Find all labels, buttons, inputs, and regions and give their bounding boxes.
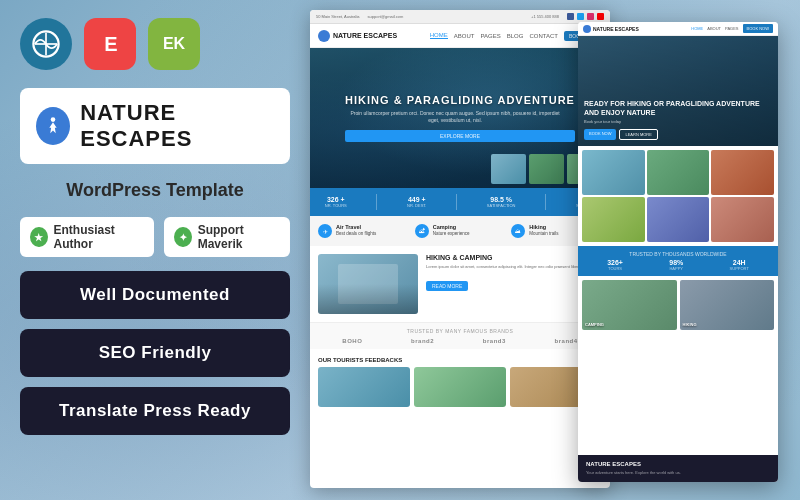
feature-icon-3: ⛰ <box>511 224 525 238</box>
hero-thumb-1 <box>491 154 526 184</box>
feature-desc-2: Nature experience <box>433 231 470 237</box>
stat-divider-2 <box>456 194 457 210</box>
second-stats-bar: TRUSTED BY THOUSANDS WORLDWIDE 326+ TOUR… <box>578 246 778 276</box>
second-lower-img-1: CAMPING <box>582 280 677 330</box>
plugin-icons-row: E EK <box>20 18 290 70</box>
second-stat-3: 24H SUPPORT <box>730 259 749 271</box>
preview-logo: NATURE ESCAPES <box>318 30 397 42</box>
tourist-images <box>318 367 602 407</box>
feature-icon-2: 🏕 <box>415 224 429 238</box>
preview-camping-section: HIKING & CAMPING Lorem ipsum dolor sit a… <box>310 246 610 322</box>
left-panel: E EK NATURE ESCAPES WordPress Template ★… <box>0 0 310 500</box>
stat-satisfaction-label: SATISFACTION <box>487 203 516 208</box>
logo-text: NATURE ESCAPES <box>80 100 274 152</box>
nav-about[interactable]: ABOUT <box>454 33 475 39</box>
feature-seo-friendly[interactable]: SEO Friendly <box>20 329 290 377</box>
social-ig-icon <box>587 13 594 20</box>
stat-divider-1 <box>376 194 377 210</box>
website-preview-second[interactable]: NATURE ESCAPES HOME ABOUT PAGES BOOK NOW… <box>578 22 778 482</box>
grid-img-5 <box>647 197 710 242</box>
feature-translate-press[interactable]: Translate Press Ready <box>20 387 290 435</box>
brand-1: BOHO <box>342 338 362 344</box>
hero-description: Proin ullamcorper pretium orci. Donec ne… <box>345 110 565 124</box>
badges-row: ★ Enthusiast Author ✦ Support Maverik <box>20 217 290 257</box>
second-book-btn[interactable]: BOOK NOW <box>584 129 616 140</box>
nav-blog[interactable]: BLOG <box>507 33 524 39</box>
camping-read-more-btn[interactable]: READ MORE <box>426 281 468 291</box>
stat-dest: 449 + NR. DEST. <box>407 196 426 208</box>
stat-dest-value: 449 + <box>407 196 426 203</box>
brand-3: brand3 <box>483 338 506 344</box>
feature-desc-3: Mountain trails <box>529 231 558 237</box>
preview-features-section: ✈ Air Travel Best deals on flights 🏕 Cam… <box>310 216 610 246</box>
grid-img-2 <box>647 150 710 195</box>
second-book-btn[interactable]: BOOK NOW <box>743 24 773 33</box>
feature-item-2: 🏕 Camping Nature experience <box>415 224 506 238</box>
preview-navbar: NATURE ESCAPES HOME ABOUT PAGES BLOG CON… <box>310 24 610 48</box>
second-stat-1: 326+ TOURS <box>607 259 623 271</box>
feature-icon-1: ✈ <box>318 224 332 238</box>
hero-thumb-2 <box>529 154 564 184</box>
second-learn-btn[interactable]: LEARN MORE <box>619 129 657 140</box>
feature-well-documented[interactable]: Well Documented <box>20 271 290 319</box>
right-panel: 50 Main Street, Australia support@gmail.… <box>310 0 800 500</box>
stat-satisfaction-value: 98.5 % <box>487 196 516 203</box>
feature-title-1: Air Travel <box>336 224 376 230</box>
second-logo-icon <box>583 25 591 33</box>
second-nav-pages[interactable]: PAGES <box>725 26 739 31</box>
logo-icon <box>36 107 70 145</box>
second-logo-text: NATURE ESCAPES <box>593 26 639 32</box>
nav-contact[interactable]: CONTACT <box>529 33 558 39</box>
trusted-title: TRUSTED BY MANY FAMOUS BRANDS <box>318 328 602 334</box>
feature-item-1: ✈ Air Travel Best deals on flights <box>318 224 409 238</box>
second-nav-about[interactable]: ABOUT <box>707 26 721 31</box>
nav-pages[interactable]: PAGES <box>480 33 500 39</box>
badge-enthusiast-label: Enthusiast Author <box>54 223 145 251</box>
stat-tours: 326 + NR. TOURS <box>325 196 347 208</box>
second-footer: NATURE ESCAPES Your adventure starts her… <box>578 455 778 482</box>
badge-enthusiast: ★ Enthusiast Author <box>20 217 154 257</box>
grid-img-3 <box>711 150 774 195</box>
tourist-img-2 <box>414 367 506 407</box>
brand-2: brand2 <box>411 338 434 344</box>
svg-point-1 <box>51 117 56 122</box>
camping-image <box>318 254 418 314</box>
camping-text: HIKING & CAMPING Lorem ipsum dolor sit a… <box>426 254 602 314</box>
second-lower-images: CAMPING HIKING <box>578 276 778 334</box>
nav-links: HOME ABOUT PAGES BLOG CONTACT BOOK NOW <box>430 31 602 41</box>
second-image-grid <box>578 146 778 246</box>
second-hero-sub: Book your tour today <box>584 119 772 125</box>
second-stats-row: 326+ TOURS 98% HAPPY 24H SUPPORT <box>584 259 772 271</box>
second-hero-title: READY FOR HIKING OR PARAGLIDING ADVENTUR… <box>584 99 772 117</box>
nav-email: support@gmail.com <box>368 14 404 19</box>
preview-logo-text: NATURE ESCAPES <box>333 32 397 39</box>
nav-address: 50 Main Street, Australia <box>316 14 360 19</box>
second-lower-img-2: HIKING <box>680 280 775 330</box>
grid-img-1 <box>582 150 645 195</box>
brand-4: brand4 <box>555 338 578 344</box>
template-subtitle: WordPress Template <box>20 180 290 201</box>
nav-phone: +1 555 400 888 <box>531 14 559 19</box>
second-nav-home[interactable]: HOME <box>691 26 703 31</box>
logo-box: NATURE ESCAPES <box>20 88 290 164</box>
wordpress-icon <box>20 18 72 70</box>
second-hero-buttons: BOOK NOW LEARN MORE <box>584 129 772 140</box>
nav-home[interactable]: HOME <box>430 32 448 39</box>
envato-icon: EK <box>148 18 200 70</box>
second-footer-title: NATURE ESCAPES <box>586 461 770 467</box>
camping-title: HIKING & CAMPING <box>426 254 602 261</box>
main-container: E EK NATURE ESCAPES WordPress Template ★… <box>0 0 800 500</box>
social-tw-icon <box>577 13 584 20</box>
stat-divider-3 <box>545 194 546 210</box>
grid-img-4 <box>582 197 645 242</box>
social-yt-icon <box>597 13 604 20</box>
feature-title-2: Camping <box>433 224 470 230</box>
preview-stats-bar: 326 + NR. TOURS 449 + NR. DEST. 98.5 % S… <box>310 188 610 216</box>
camping-description: Lorem ipsum dolor sit amet, consectetur … <box>426 264 602 270</box>
second-hero-section: READY FOR HIKING OR PARAGLIDING ADVENTUR… <box>578 36 778 146</box>
hero-explore-btn[interactable]: EXPLORE MORE <box>345 130 575 142</box>
website-preview-main[interactable]: 50 Main Street, Australia support@gmail.… <box>310 10 610 488</box>
grid-img-6 <box>711 197 774 242</box>
preview-trusted-section: TRUSTED BY MANY FAMOUS BRANDS BOHO brand… <box>310 322 610 349</box>
elementor-icon: E <box>84 18 136 70</box>
